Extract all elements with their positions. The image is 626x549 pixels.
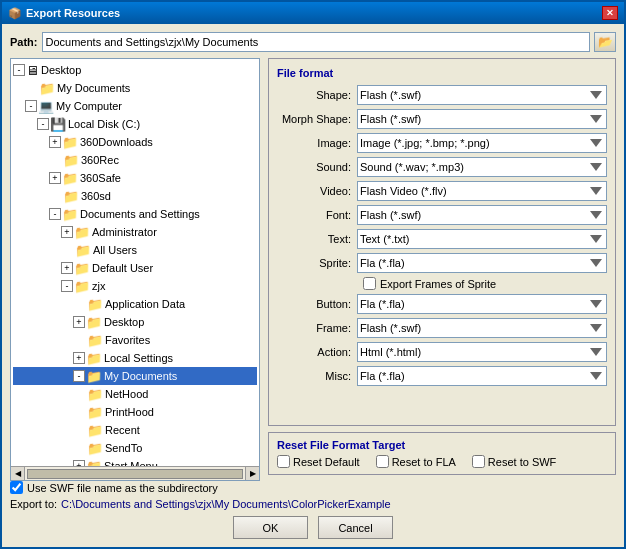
folder-icon: 📁 xyxy=(74,225,90,240)
folder-icon: 📁 xyxy=(74,279,90,294)
tree-label: Application Data xyxy=(105,298,185,310)
tree-item-nethood[interactable]: 📁NetHood xyxy=(13,385,257,403)
tree-item-printhood[interactable]: 📁PrintHood xyxy=(13,403,257,421)
format-select-video[interactable]: Flash Video (*.flv) xyxy=(357,181,607,201)
tree-area[interactable]: -🖥Desktop📁My Documents-💻My Computer-💾Loc… xyxy=(11,59,259,466)
tree-item-my-documents[interactable]: 📁My Documents xyxy=(13,79,257,97)
format-label-frame: Frame: xyxy=(277,322,357,334)
folder-icon: 🖥 xyxy=(26,63,39,78)
tree-toggle[interactable]: + xyxy=(61,226,73,238)
reset-label-reset-swf: Reset to SWF xyxy=(472,455,556,468)
tree-item-local-disk-c[interactable]: -💾Local Disk (C:) xyxy=(13,115,257,133)
scroll-left-btn[interactable]: ◀ xyxy=(11,467,25,481)
tree-item-sendto[interactable]: 📁SendTo xyxy=(13,439,257,457)
tree-toggle[interactable]: - xyxy=(49,208,61,220)
tree-item-default-user[interactable]: +📁Default User xyxy=(13,259,257,277)
tree-toggle[interactable]: + xyxy=(49,172,61,184)
tree-label: SendTo xyxy=(105,442,142,454)
reset-checkbox-reset-swf[interactable] xyxy=(472,455,485,468)
format-label-shape: Shape: xyxy=(277,89,357,101)
scroll-right-btn[interactable]: ▶ xyxy=(245,467,259,481)
format-select-sprite[interactable]: Fla (*.fla) xyxy=(357,253,607,273)
folder-icon: 📁 xyxy=(86,459,102,467)
tree-toggle[interactable]: - xyxy=(37,118,49,130)
tree-item-recent[interactable]: 📁Recent xyxy=(13,421,257,439)
tree-label: All Users xyxy=(93,244,137,256)
folder-icon: 💾 xyxy=(50,117,66,132)
main-area: -🖥Desktop📁My Documents-💻My Computer-💾Loc… xyxy=(10,58,616,481)
tree-label: Recent xyxy=(105,424,140,436)
tree-item-my-documents-sub[interactable]: -📁My Documents xyxy=(13,367,257,385)
tree-toggle[interactable]: - xyxy=(13,64,25,76)
path-input[interactable] xyxy=(42,32,591,52)
format-select-action[interactable]: Html (*.html) xyxy=(357,342,607,362)
file-format-box: File format Shape: Flash (*.swf) Morph S… xyxy=(268,58,616,426)
tree-item-docs-settings[interactable]: -📁Documents and Settings xyxy=(13,205,257,223)
browse-button[interactable]: 📂 xyxy=(594,32,616,52)
folder-icon: 📁 xyxy=(39,81,55,96)
tree-toggle[interactable]: + xyxy=(49,136,61,148)
tree-item-zjx[interactable]: -📁zjx xyxy=(13,277,257,295)
format-select-misc[interactable]: Fla (*.fla) xyxy=(357,366,607,386)
export-frames-checkbox[interactable] xyxy=(363,277,376,290)
folder-icon: 📁 xyxy=(87,405,103,420)
tree-item-desktop-sub[interactable]: +📁Desktop xyxy=(13,313,257,331)
format-select-font[interactable]: Flash (*.swf) xyxy=(357,205,607,225)
cancel-button[interactable]: Cancel xyxy=(318,516,393,539)
tree-toggle[interactable]: + xyxy=(73,316,85,328)
format-select-sound[interactable]: Sound (*.wav; *.mp3) xyxy=(357,157,607,177)
path-row: Path: 📂 xyxy=(10,32,616,52)
format-label-sound: Sound: xyxy=(277,161,357,173)
tree-toggle[interactable]: - xyxy=(61,280,73,292)
format-select-text[interactable]: Text (*.txt) xyxy=(357,229,607,249)
tree-item-all-users[interactable]: 📁All Users xyxy=(13,241,257,259)
tree-item-desktop[interactable]: -🖥Desktop xyxy=(13,61,257,79)
format-label-morph-shape: Morph Shape: xyxy=(277,113,357,125)
tree-item-administrator[interactable]: +📁Administrator xyxy=(13,223,257,241)
format-label-sprite: Sprite: xyxy=(277,257,357,269)
format-label-button: Button: xyxy=(277,298,357,310)
tree-toggle[interactable]: + xyxy=(61,262,73,274)
close-button[interactable]: ✕ xyxy=(602,6,618,20)
tree-toggle[interactable]: + xyxy=(73,352,85,364)
tree-item-favorites[interactable]: 📁Favorites xyxy=(13,331,257,349)
tree-item-360sd[interactable]: 📁360sd xyxy=(13,187,257,205)
format-select-frame[interactable]: Flash (*.swf) xyxy=(357,318,607,338)
folder-icon: 📁 xyxy=(62,171,78,186)
folder-icon: 📁 xyxy=(86,315,102,330)
tree-label: Local Settings xyxy=(104,352,173,364)
tree-item-my-computer[interactable]: -💻My Computer xyxy=(13,97,257,115)
tree-item-app-data[interactable]: 📁Application Data xyxy=(13,295,257,313)
format-select-morph-shape[interactable]: Flash (*.swf) xyxy=(357,109,607,129)
folder-icon: 📁 xyxy=(87,333,103,348)
tree-item-start-menu[interactable]: +📁Start Menu xyxy=(13,457,257,466)
format-select-image[interactable]: Image (*.jpg; *.bmp; *.png) xyxy=(357,133,607,153)
format-label-video: Video: xyxy=(277,185,357,197)
format-select-button[interactable]: Fla (*.fla) xyxy=(357,294,607,314)
tree-toggle[interactable]: - xyxy=(73,370,85,382)
use-swf-checkbox[interactable] xyxy=(10,481,23,494)
export-path: C:\Documents and Settings\zjx\My Documen… xyxy=(61,498,391,510)
format-label-image: Image: xyxy=(277,137,357,149)
tree-label: zjx xyxy=(92,280,105,292)
folder-icon: 📁 xyxy=(63,153,79,168)
format-row-shape: Shape: Flash (*.swf) xyxy=(277,85,607,105)
tree-label: NetHood xyxy=(105,388,148,400)
reset-checkbox-reset-fla[interactable] xyxy=(376,455,389,468)
tree-toggle[interactable]: - xyxy=(25,100,37,112)
tree-item-360rec[interactable]: 📁360Rec xyxy=(13,151,257,169)
export-frames-label: Export Frames of Sprite xyxy=(380,278,496,290)
tree-item-360downloads[interactable]: +📁360Downloads xyxy=(13,133,257,151)
format-select-shape[interactable]: Flash (*.swf) xyxy=(357,85,607,105)
tree-item-local-settings[interactable]: +📁Local Settings xyxy=(13,349,257,367)
title-bar-left: 📦 Export Resources xyxy=(8,7,120,20)
format-row-frame: Frame: Flash (*.swf) xyxy=(277,318,607,338)
format-row-sound: Sound: Sound (*.wav; *.mp3) xyxy=(277,157,607,177)
reset-checkboxes: Reset Default Reset to FLA Reset to SWF xyxy=(277,455,607,468)
ok-button[interactable]: OK xyxy=(233,516,308,539)
reset-checkbox-reset-default[interactable] xyxy=(277,455,290,468)
use-swf-row: Use SWF file name as the subdirectory xyxy=(10,481,616,494)
tree-item-360safe[interactable]: +📁360Safe xyxy=(13,169,257,187)
tree-label: My Documents xyxy=(104,370,177,382)
format-row-video: Video: Flash Video (*.flv) xyxy=(277,181,607,201)
